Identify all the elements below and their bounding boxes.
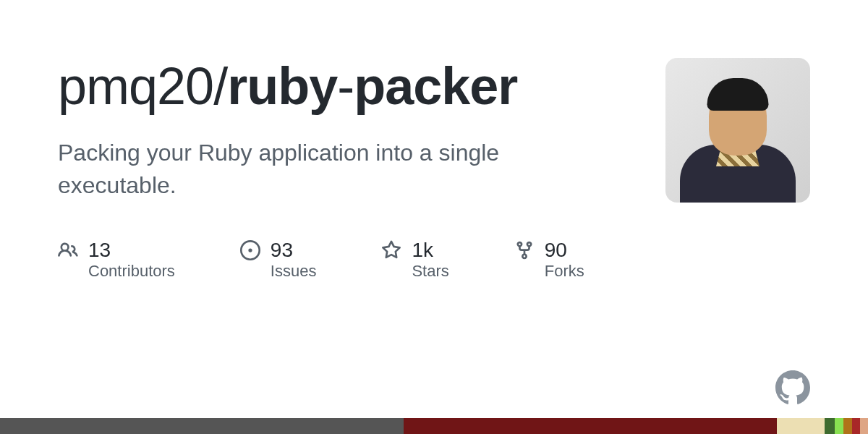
language-segment	[860, 418, 868, 434]
forks-stat[interactable]: 90 Forks	[514, 238, 584, 281]
github-logo-icon[interactable]	[775, 370, 810, 405]
repo-owner[interactable]: pmq20	[58, 57, 213, 115]
forks-value: 90	[545, 238, 584, 263]
stars-value: 1k	[412, 238, 448, 263]
repo-separator: /	[213, 57, 227, 115]
language-segment	[825, 418, 835, 434]
star-icon	[381, 240, 401, 260]
repo-description: Packing your Ruby application into a sin…	[58, 137, 608, 202]
language-segment	[0, 418, 404, 434]
contributors-stat[interactable]: 13 Contributors	[58, 238, 175, 281]
language-segment	[843, 418, 852, 434]
issue-icon	[240, 240, 260, 260]
repo-name-part1[interactable]: ruby	[227, 57, 337, 115]
language-segment	[835, 418, 843, 434]
forks-label: Forks	[545, 262, 584, 281]
avatar[interactable]	[665, 58, 810, 203]
issues-label: Issues	[271, 262, 317, 281]
stars-stat[interactable]: 1k Stars	[381, 238, 448, 281]
language-segment	[777, 418, 825, 434]
stats-row: 13 Contributors 93 Issues 1k	[58, 238, 608, 281]
people-icon	[58, 240, 78, 260]
contributors-label: Contributors	[88, 262, 175, 281]
issues-stat[interactable]: 93 Issues	[240, 238, 317, 281]
fork-icon	[514, 240, 535, 260]
language-segment	[404, 418, 777, 434]
stars-label: Stars	[412, 262, 448, 281]
repo-name-part2[interactable]: packer	[354, 57, 517, 115]
repo-title: pmq20/ruby-packer	[58, 58, 608, 115]
contributors-value: 13	[88, 238, 175, 263]
issues-value: 93	[271, 238, 317, 263]
language-segment	[852, 418, 860, 434]
language-bar	[0, 418, 868, 434]
repo-name-hyphen: -	[337, 57, 354, 115]
